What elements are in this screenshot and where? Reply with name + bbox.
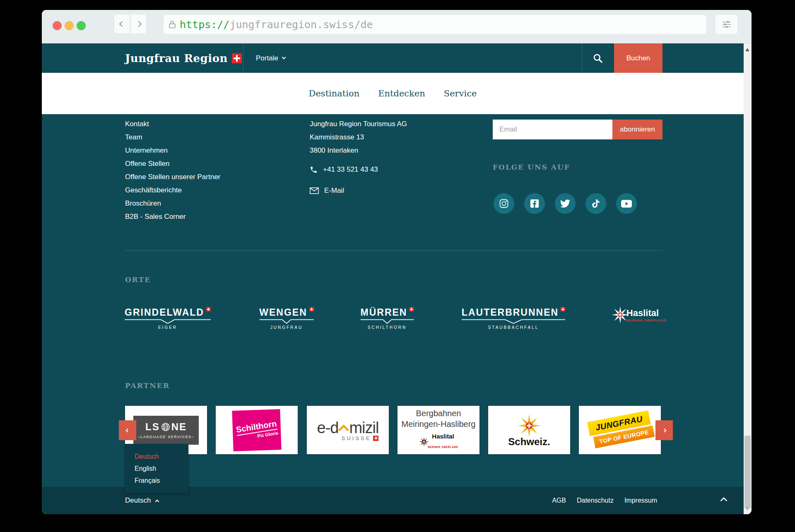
footer-link-list: Kontakt Team Unternehmen Offene Stellen … bbox=[125, 117, 220, 223]
language-option-francais[interactable]: Français bbox=[135, 474, 188, 486]
twitter-button[interactable] bbox=[555, 193, 576, 214]
portale-dropdown[interactable]: Portale bbox=[256, 54, 285, 62]
orte-logo-lauterbrunnen[interactable]: LAUTERBRUNNEN STAUBBACHFALL bbox=[462, 307, 565, 330]
page-scrollbar[interactable] bbox=[744, 43, 752, 514]
browser-forward-button[interactable] bbox=[130, 14, 147, 34]
scrollbar-down-arrow[interactable] bbox=[745, 507, 749, 510]
browser-settings-button[interactable] bbox=[716, 15, 737, 34]
instagram-icon bbox=[499, 199, 509, 208]
email-row[interactable]: E-Mail bbox=[310, 187, 344, 195]
phone-number: +41 33 521 43 43 bbox=[323, 165, 378, 174]
carousel-prev-button[interactable] bbox=[119, 420, 136, 440]
newsletter-submit-button[interactable]: abonnieren bbox=[612, 120, 662, 139]
chevron-up-icon bbox=[720, 497, 728, 504]
impressum-link[interactable]: Impressum bbox=[624, 497, 657, 504]
footer-link-offene-stellen[interactable]: Offene Stellen bbox=[125, 157, 220, 170]
datenschutz-link[interactable]: Datenschutz bbox=[577, 497, 614, 504]
footer-link-unternehmen[interactable]: Unternehmen bbox=[125, 144, 220, 157]
orte-name: GRINDELWALD bbox=[125, 307, 204, 318]
swiss-flag-icon bbox=[409, 307, 414, 312]
scrollbar-up-arrow[interactable] bbox=[745, 48, 749, 51]
tiktok-button[interactable] bbox=[585, 193, 606, 214]
phone-icon bbox=[310, 166, 318, 174]
facebook-button[interactable] bbox=[524, 193, 545, 214]
nav-destination[interactable]: Destination bbox=[309, 89, 360, 98]
orte-name: LAUTERBRUNNEN bbox=[462, 307, 559, 318]
scroll-to-top-button[interactable] bbox=[721, 496, 726, 505]
footer-link-broschueren[interactable]: Broschüren bbox=[125, 197, 220, 210]
maximize-window-button[interactable] bbox=[77, 21, 86, 30]
partner-card-bergbahnen[interactable]: Bergbahnen Meiringen-Hasliberg Haslital … bbox=[398, 406, 479, 454]
language-option-english[interactable]: English bbox=[135, 463, 188, 474]
partner-card-schilthorn[interactable]: Schilthorn Piz Gloria bbox=[216, 406, 298, 454]
footer-link-team[interactable]: Team bbox=[125, 131, 220, 144]
orte-logo-muerren[interactable]: MÜRREN SCHILTHORN bbox=[361, 307, 414, 330]
nav-entdecken[interactable]: Entdecken bbox=[378, 89, 425, 98]
orte-name: MÜRREN bbox=[361, 307, 407, 318]
youtube-button[interactable] bbox=[616, 193, 637, 214]
orte-logo-haslital[interactable]: Haslital BERNER OBERLAND bbox=[611, 305, 666, 324]
orte-logo-wengen[interactable]: WENGEN JUNGFRAU bbox=[259, 307, 314, 330]
chevron-down-icon bbox=[282, 55, 286, 60]
agb-link[interactable]: AGB bbox=[552, 497, 566, 504]
instagram-button[interactable] bbox=[494, 193, 514, 214]
orte-heading: ORTE bbox=[125, 276, 151, 284]
address-company: Jungfrau Region Tourismus AG bbox=[310, 117, 407, 131]
url-text: https://jungfrauregion.swiss/de bbox=[180, 19, 373, 31]
orte-sub: SCHILTHORN bbox=[361, 325, 414, 330]
footer-link-offene-stellen-partner[interactable]: Offene Stellen unserer Partner bbox=[125, 170, 220, 184]
lock-icon bbox=[169, 20, 176, 29]
address-block: Jungfrau Region Tourismus AG Kammistrass… bbox=[310, 117, 407, 157]
orte-logo-grindelwald[interactable]: GRINDELWALD EIGER bbox=[125, 307, 211, 330]
brace-underline bbox=[125, 319, 211, 324]
carousel-next-button[interactable] bbox=[655, 420, 673, 440]
partner-card-schweiz[interactable]: Schweiz. bbox=[488, 406, 570, 454]
tiktok-icon bbox=[592, 199, 600, 208]
orte-sub: JUNGFRAU bbox=[259, 325, 314, 330]
language-option-deutsch[interactable]: Deutsch bbox=[135, 451, 188, 463]
brand-text: Jungfrau Region bbox=[125, 52, 228, 65]
edomizil-sub-text: SUISSE bbox=[342, 435, 371, 441]
url-bar[interactable]: https://jungfrauregion.swiss/de bbox=[164, 15, 706, 34]
orte-name: WENGEN bbox=[259, 307, 307, 318]
swiss-flag-icon bbox=[206, 307, 211, 312]
browser-chrome: https://jungfrauregion.swiss/de bbox=[42, 10, 752, 43]
youtube-icon bbox=[621, 200, 632, 208]
site-logo[interactable]: Jungfrau Region bbox=[125, 52, 242, 65]
search-button[interactable] bbox=[582, 43, 614, 73]
partner-heading: PARTNER bbox=[125, 381, 170, 390]
portale-label: Portale bbox=[256, 54, 278, 62]
scrollbar-thumb[interactable] bbox=[744, 436, 751, 508]
sliders-icon bbox=[722, 20, 732, 29]
partner-card-jungfrau[interactable]: JUNGFRAU TOP OF EUROPE bbox=[579, 406, 661, 454]
chevron-left-icon bbox=[125, 428, 130, 432]
gold-edelweiss-icon bbox=[516, 413, 542, 439]
footer-link-b2b[interactable]: B2B - Sales Corner bbox=[125, 210, 220, 223]
newsletter-form: abonnieren bbox=[493, 120, 662, 139]
phone-row[interactable]: +41 33 521 43 43 bbox=[310, 165, 378, 174]
buchen-button[interactable]: Buchen bbox=[614, 43, 662, 73]
brace-underline bbox=[259, 319, 314, 324]
nav-service[interactable]: Service bbox=[444, 89, 477, 98]
partner-card-edomizil[interactable]: e-d mizil SUISSE bbox=[307, 406, 389, 454]
swiss-flag-icon bbox=[373, 436, 378, 441]
lsone-sub: –LANGUAGE SERVICES– bbox=[138, 435, 194, 439]
newsletter-email-input[interactable] bbox=[493, 120, 612, 139]
brace-underline bbox=[361, 319, 414, 324]
footer-divider bbox=[125, 250, 662, 251]
header-divider bbox=[243, 43, 243, 73]
footer-link-geschaeftsberichte[interactable]: Geschäftsberichte bbox=[125, 184, 220, 197]
minimize-window-button[interactable] bbox=[65, 21, 74, 30]
address-city: 3800 Interlaken bbox=[310, 144, 407, 157]
browser-back-button[interactable] bbox=[114, 14, 130, 34]
chevron-up-icon bbox=[155, 499, 159, 503]
bergbahnen-haslital-sub: BERNER OBERLAND bbox=[428, 442, 458, 453]
facebook-icon bbox=[530, 199, 539, 208]
swiss-flag-icon bbox=[232, 53, 242, 63]
chevron-right-icon bbox=[135, 21, 141, 27]
close-window-button[interactable] bbox=[53, 21, 62, 30]
lsone-text-right: NE bbox=[171, 421, 187, 433]
edomizil-post: mizil bbox=[349, 419, 378, 437]
footer-link-kontakt[interactable]: Kontakt bbox=[125, 117, 220, 131]
chevron-right-icon bbox=[662, 428, 666, 432]
